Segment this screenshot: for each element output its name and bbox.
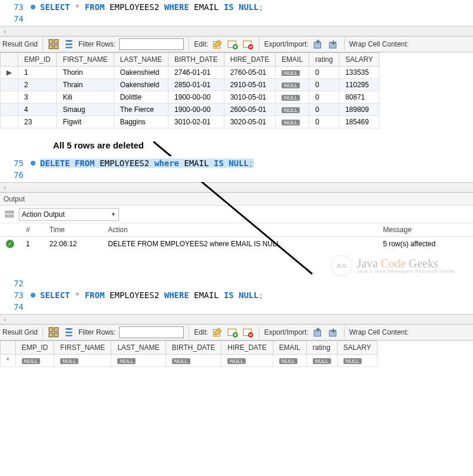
svg-point-4: [68, 40, 70, 42]
edit-icon[interactable]: [211, 38, 223, 50]
column-header[interactable]: EMP_ID: [15, 341, 54, 355]
column-header[interactable]: FIRST_NAME: [57, 53, 114, 67]
sql-editor-1[interactable]: 73SELECT * FROM EMPLOYEES2 WHERE EMAIL I…: [0, 0, 473, 26]
grid-view-icon[interactable]: [48, 38, 59, 50]
svg-rect-14: [5, 211, 14, 213]
scroll-left-icon[interactable]: ‹: [0, 183, 10, 193]
svg-point-21: [68, 335, 70, 336]
svg-rect-17: [54, 328, 58, 332]
edit-label: Edit:: [194, 40, 208, 48]
column-header[interactable]: EMAIL: [276, 53, 309, 67]
column-header[interactable]: rating: [306, 341, 337, 355]
svg-rect-3: [54, 45, 58, 49]
annotation-text: All 5 rows are deleted: [0, 128, 473, 156]
svg-point-20: [68, 328, 70, 330]
delete-row-icon[interactable]: [242, 38, 254, 50]
watermark-logo-icon: JCG: [331, 255, 352, 276]
add-row-icon[interactable]: [227, 38, 239, 50]
filter-toggle-icon[interactable]: [63, 38, 75, 50]
wrap-cell-label: Wrap Cell Content:: [349, 40, 409, 48]
result-grid-label: Result Grid: [2, 328, 38, 336]
import-icon[interactable]: [328, 326, 339, 338]
horizontal-scrollbar[interactable]: ‹: [0, 26, 473, 36]
output-row[interactable]: ✓122:06:12DELETE FROM EMPLOYEES2 where E…: [0, 237, 473, 251]
svg-rect-18: [49, 333, 53, 337]
export-import-label: Export/Import:: [264, 40, 308, 48]
export-icon[interactable]: [312, 326, 324, 338]
sql-editor-2[interactable]: 75DELETE FROM EMPLOYEES2 where EMAIL IS …: [0, 156, 473, 182]
output-panel: Output Action Output ▼ #TimeActionMessag…: [0, 192, 473, 250]
table-row[interactable]: 3KiliDolittle1900-00-003010-05-01NULL080…: [1, 91, 379, 104]
export-import-label: Export/Import:: [264, 328, 308, 336]
grid-view-icon[interactable]: [48, 326, 59, 338]
svg-rect-15: [5, 215, 14, 217]
filter-toggle-icon[interactable]: [63, 326, 75, 338]
table-row[interactable]: ▶1ThorinOakenshield2746-01-012760-05-01N…: [1, 67, 379, 79]
svg-rect-19: [54, 333, 58, 337]
sql-editor-3[interactable]: 7273SELECT * FROM EMPLOYEES2 WHERE EMAIL…: [0, 276, 473, 314]
column-header[interactable]: SALARY: [337, 341, 377, 355]
wrap-cell-label: Wrap Cell Content:: [349, 328, 409, 336]
output-settings-icon[interactable]: [4, 209, 15, 220]
add-row-icon[interactable]: [227, 326, 239, 338]
svg-rect-16: [49, 328, 53, 332]
svg-rect-0: [49, 39, 53, 44]
column-header[interactable]: HIRE_DATE: [224, 53, 275, 67]
scroll-left-icon[interactable]: ‹: [0, 27, 10, 37]
output-header-label: Output: [0, 193, 473, 206]
table-row[interactable]: 2ThrainOakenshield2850-01-012910-05-01NU…: [1, 79, 379, 91]
filter-rows-label: Filter Rows:: [78, 40, 115, 48]
scroll-left-icon[interactable]: ‹: [0, 315, 10, 325]
horizontal-scrollbar[interactable]: ‹: [0, 314, 473, 324]
column-header[interactable]: LAST_NAME: [114, 53, 168, 67]
svg-point-5: [68, 47, 70, 48]
result-toolbar-2: Result Grid Filter Rows: Edit: Export/Im…: [0, 324, 473, 341]
horizontal-scrollbar[interactable]: ‹: [0, 182, 473, 192]
result-grid-label: Result Grid: [2, 40, 38, 48]
export-icon[interactable]: [312, 38, 324, 50]
column-header[interactable]: LAST_NAME: [111, 341, 166, 355]
table-row[interactable]: *NULLNULLNULLNULLNULLNULLNULLNULL: [1, 355, 378, 367]
edit-icon[interactable]: [211, 326, 223, 338]
column-header[interactable]: BIRTH_DATE: [168, 53, 224, 67]
column-header[interactable]: EMAIL: [273, 341, 306, 355]
filter-rows-input[interactable]: [119, 326, 184, 338]
svg-rect-1: [54, 39, 58, 44]
column-header[interactable]: BIRTH_DATE: [166, 341, 221, 355]
edit-label: Edit:: [194, 328, 208, 336]
output-type-select[interactable]: Action Output ▼: [19, 208, 119, 221]
result-grid-1[interactable]: EMP_IDFIRST_NAMELAST_NAMEBIRTH_DATEHIRE_…: [0, 52, 473, 128]
svg-rect-11: [314, 42, 320, 48]
filter-rows-input[interactable]: [119, 38, 184, 50]
column-header[interactable]: rating: [309, 53, 339, 67]
import-icon[interactable]: [328, 38, 339, 50]
column-header[interactable]: HIRE_DATE: [221, 341, 273, 355]
delete-row-icon[interactable]: [242, 326, 254, 338]
svg-rect-2: [49, 45, 53, 49]
result-toolbar-1: Result Grid Filter Rows: Edit: Export/Im…: [0, 36, 473, 52]
watermark: JCG Java Code Geeks Java 2 Java Develope…: [0, 250, 473, 276]
table-row[interactable]: 4SmaugThe Fierce1900-00-002600-05-01NULL…: [1, 104, 379, 116]
result-grid-2[interactable]: EMP_IDFIRST_NAMELAST_NAMEBIRTH_DATEHIRE_…: [0, 341, 473, 367]
column-header[interactable]: FIRST_NAME: [54, 341, 111, 355]
filter-rows-label: Filter Rows:: [78, 328, 115, 336]
table-row[interactable]: 23FigwitBaggins3010-02-013020-05-01NULL0…: [1, 116, 379, 128]
output-log-table[interactable]: #TimeActionMessage✓122:06:12DELETE FROM …: [0, 223, 473, 250]
column-header[interactable]: SALARY: [339, 53, 379, 67]
success-icon: ✓: [6, 240, 14, 248]
svg-rect-27: [314, 330, 320, 336]
chevron-down-icon: ▼: [111, 211, 116, 217]
column-header[interactable]: EMP_ID: [18, 53, 57, 67]
